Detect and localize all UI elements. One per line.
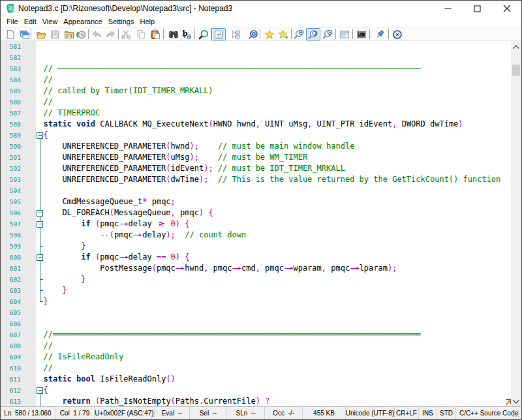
code-line-590: UNREFERENCED_PARAMETER(hwnd); // must be… <box>44 141 355 152</box>
console-icon <box>356 29 367 40</box>
maximize-button[interactable] <box>463 1 492 16</box>
code-line-584: // <box>44 74 53 85</box>
scrollbar-thumb[interactable] <box>512 65 520 76</box>
minimize-button[interactable] <box>433 1 463 16</box>
zoom-reset-button[interactable]: 1 <box>306 28 320 40</box>
code-line-595: CmdMessageQueue_t* pmqc; <box>44 196 176 207</box>
replace-button[interactable]: ba <box>179 28 194 40</box>
code-line-587: // TIMERPROC <box>44 108 100 119</box>
recent-files-button[interactable] <box>74 28 88 40</box>
grep-icon <box>198 29 209 40</box>
toolbar: ba1 <box>1 27 521 41</box>
toolbar-separator <box>260 29 260 39</box>
status-character-code[interactable]: U+0x002F (ASC:47) <box>95 407 155 419</box>
new-window-button[interactable] <box>18 28 32 40</box>
chevron-up-icon <box>513 45 519 49</box>
scroll-up-button[interactable] <box>511 41 521 52</box>
notepad3-window: Notepad3.c [D:\Rizonesoft\Develop\Notepa… <box>0 0 522 420</box>
code-line-612: { <box>44 385 48 396</box>
code-line-589: { <box>44 130 48 141</box>
undo-icon <box>92 29 102 40</box>
save-file-button <box>48 28 62 40</box>
code-line-593: UNREFERENCED_PARAMETER(dwTime); // This … <box>44 174 501 185</box>
close-button[interactable] <box>492 1 521 16</box>
toolbar-separator <box>194 29 195 39</box>
save-as-icon <box>64 29 74 40</box>
code-line-597: if (pmqc→delay ≥ 0) { <box>44 218 190 230</box>
code-line-609: // IsFileReadOnly <box>44 352 124 363</box>
code-editor[interactable]: 5815825835845855865875885895905915925935… <box>1 41 511 407</box>
maximize-icon <box>474 5 481 12</box>
menu-edit[interactable]: Edit <box>23 18 37 25</box>
close-icon <box>503 5 511 12</box>
status-encoding[interactable]: Unicode (UTF-8) <box>346 407 395 419</box>
status-selection[interactable]: Sel -- <box>190 407 227 419</box>
code-line-588: static void CALLBACK MQ_ExecuteNext(HWND… <box>44 119 463 130</box>
execute-document-button[interactable] <box>354 28 369 40</box>
copy-button <box>134 28 148 40</box>
code-text-area[interactable]: // ─────────────────────────────────────… <box>1 41 511 407</box>
code-line-583: // ─────────────────────────────────────… <box>44 63 421 74</box>
paste-button[interactable] <box>148 28 162 40</box>
always-on-top-button[interactable] <box>373 28 388 40</box>
code-line-608: // <box>44 340 53 352</box>
status-column-position[interactable]: Col 1 / 79 <box>55 407 95 419</box>
word-wrap-button[interactable] <box>211 28 226 40</box>
svg-text:a: a <box>187 31 191 40</box>
code-line-599: } <box>44 241 86 252</box>
copy-icon <box>136 29 146 40</box>
exit-icon <box>392 29 403 40</box>
toggle-folds-button[interactable] <box>228 28 243 40</box>
open-file-button[interactable] <box>34 28 48 40</box>
zoom-out-icon <box>322 29 333 40</box>
code-line-601: PostMessage(pmqc→hwnd, pmqc→cmd, pmqc→wp… <box>44 263 397 274</box>
favorites-button[interactable] <box>262 28 277 40</box>
code-line-596: DL_FOREACH(MessageQueue, pmqc) { <box>44 207 213 218</box>
toolbar-separator <box>31 29 31 39</box>
menu-settings[interactable]: Settings <box>108 18 135 25</box>
status-occurrences[interactable]: Occ -/- <box>265 407 303 419</box>
code-line-604: } <box>44 296 48 307</box>
new-file-button[interactable] <box>3 28 18 40</box>
find-icon <box>168 29 179 40</box>
save-icon <box>50 29 60 40</box>
find-button[interactable] <box>166 28 181 40</box>
cut-icon <box>121 29 131 40</box>
menu-help[interactable]: Help <box>139 18 155 25</box>
grep-search-button[interactable] <box>196 28 211 40</box>
menu-appearance[interactable]: Appearance <box>63 18 102 25</box>
status-syntax-scheme[interactable]: C/C++ Source Code <box>456 407 522 419</box>
zoom-reset-icon: 1 <box>308 29 318 40</box>
title-bar: Notepad3.c [D:\Rizonesoft\Develop\Notepa… <box>1 1 521 16</box>
scheme-config-button[interactable] <box>337 28 352 40</box>
code-line-607: //══════════════════════════════════════… <box>44 329 421 340</box>
status-line-position[interactable]: Ln 580 / 13.060 <box>1 407 55 419</box>
history-icon <box>76 29 86 40</box>
status-selected-lines[interactable]: SLn -- <box>227 407 265 419</box>
scroll-down-button[interactable] <box>511 396 521 407</box>
status-eval[interactable]: Eval -- <box>155 407 190 419</box>
pin-icon <box>375 29 386 40</box>
code-line-586: // <box>44 97 53 108</box>
menu-file[interactable]: File <box>6 18 19 25</box>
redo-button <box>103 28 117 40</box>
window-title: Notepad3.c [D:\Rizonesoft\Develop\Notepa… <box>18 4 232 13</box>
zoom-in-button[interactable] <box>292 28 306 40</box>
mark-occurrences-button[interactable] <box>246 28 260 40</box>
toolbar-separator <box>163 29 164 39</box>
vertical-scrollbar[interactable] <box>511 41 521 407</box>
toggle-folds-icon <box>230 29 241 40</box>
exit-button[interactable] <box>390 28 405 40</box>
status-line-endings[interactable]: CR+LF <box>395 407 419 419</box>
status-file-size[interactable]: 455 KB <box>303 407 346 419</box>
mark-occurrences-icon <box>248 29 258 40</box>
zoom-out-button[interactable] <box>320 28 335 40</box>
new-window-icon <box>20 29 30 40</box>
code-line-611: static bool IsFileReadOnly() <box>44 374 176 385</box>
toolbar-separator <box>352 29 353 39</box>
status-insert-mode[interactable]: INS <box>419 407 437 419</box>
status-occ-mode[interactable]: STD <box>437 407 456 419</box>
add-favorite-button[interactable] <box>276 28 290 40</box>
notepad3-app-icon[interactable] <box>5 3 17 14</box>
menu-view[interactable]: View <box>42 18 59 25</box>
